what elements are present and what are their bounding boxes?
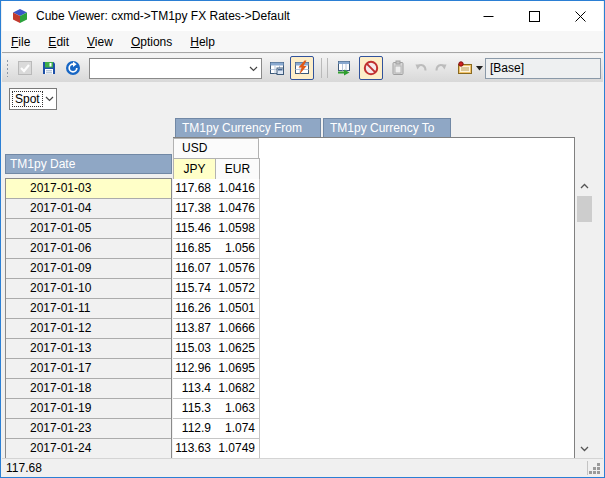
measure-combobox[interactable]: Spot: [9, 88, 57, 110]
close-icon: [575, 11, 586, 22]
scrollbar-thumb[interactable]: [577, 196, 592, 222]
save-icon: [41, 60, 57, 76]
data-cell-eur[interactable]: 1.0749: [215, 439, 260, 458]
data-cell-eur[interactable]: 1.0576: [215, 259, 260, 279]
window-controls: [465, 1, 603, 31]
scroll-down-button[interactable]: [576, 441, 593, 457]
row-header[interactable]: 2017-01-11: [6, 299, 171, 319]
row-header[interactable]: 2017-01-05: [6, 219, 171, 239]
data-cell-jpy[interactable]: 115.3: [173, 399, 216, 419]
data-cell-jpy[interactable]: 113.4: [173, 379, 216, 399]
column-header-eur[interactable]: EUR: [215, 158, 260, 180]
menu-file[interactable]: File: [2, 32, 39, 52]
row-header[interactable]: 2017-01-17: [6, 359, 171, 379]
data-cell-jpy[interactable]: 116.26: [173, 299, 216, 319]
data-column-jpy: 117.68117.38115.46116.85116.07115.74116.…: [173, 179, 216, 458]
data-cell-eur[interactable]: 1.0666: [215, 319, 260, 339]
menu-options[interactable]: Options: [122, 32, 181, 52]
refresh-button[interactable]: [61, 56, 85, 80]
base-field-value: [Base]: [490, 61, 524, 75]
data-cell-jpy[interactable]: 117.68: [173, 179, 216, 199]
row-header[interactable]: 2017-01-06: [6, 239, 171, 259]
row-header[interactable]: 2017-01-04: [6, 199, 171, 219]
data-cell-jpy[interactable]: 116.07: [173, 259, 216, 279]
row-header[interactable]: 2017-01-24: [6, 439, 171, 459]
data-cell-eur[interactable]: 1.074: [215, 419, 260, 439]
data-cell-jpy[interactable]: 117.38: [173, 199, 216, 219]
data-cell-jpy[interactable]: 113.87: [173, 319, 216, 339]
data-column-eur: 1.04161.04761.05981.0561.05761.05721.050…: [215, 179, 260, 458]
export-grid-icon: [336, 60, 352, 76]
close-button[interactable]: [557, 1, 603, 31]
data-cell-jpy[interactable]: 112.96: [173, 359, 216, 379]
apply-check-icon: [17, 60, 33, 76]
minimize-button[interactable]: [465, 1, 511, 31]
data-cell-jpy[interactable]: 113.63: [173, 439, 216, 458]
chevron-up-icon: [580, 183, 589, 189]
row-header[interactable]: 2017-01-12: [6, 319, 171, 339]
auto-recalculate-button[interactable]: [290, 56, 314, 80]
maximize-button[interactable]: [511, 1, 557, 31]
dim-tab-date[interactable]: TM1py Date: [5, 154, 172, 174]
redo-icon: [433, 60, 449, 76]
menubar: File Edit View Options Help: [2, 31, 603, 53]
base-field[interactable]: [Base]: [485, 58, 601, 79]
data-cell-eur[interactable]: 1.0572: [215, 279, 260, 299]
toolbar-grip[interactable]: [6, 59, 9, 77]
titlebar[interactable]: Cube Viewer: cxmd->TM1py FX Rates->Defau…: [2, 1, 603, 31]
paste-button: [386, 56, 410, 80]
row-header[interactable]: 2017-01-23: [6, 419, 171, 439]
data-cell-eur[interactable]: 1.0598: [215, 219, 260, 239]
data-cell-eur[interactable]: 1.0476: [215, 199, 260, 219]
column-header-jpy[interactable]: JPY: [173, 158, 216, 180]
chevron-down-icon: [245, 66, 261, 72]
toolbar: [Base]: [2, 54, 603, 82]
auto-recalculate-lightning-icon: [294, 60, 310, 76]
row-header[interactable]: 2017-01-10: [6, 279, 171, 299]
data-cell-eur[interactable]: 1.063: [215, 399, 260, 419]
window-title: Cube Viewer: cxmd->TM1py FX Rates->Defau…: [36, 9, 290, 23]
data-cell-eur[interactable]: 1.0695: [215, 359, 260, 379]
save-button[interactable]: [37, 56, 61, 80]
resize-grip-icon[interactable]: [588, 462, 601, 475]
measure-combobox-value: Spot: [12, 91, 43, 107]
data-cell-jpy[interactable]: 116.85: [173, 239, 216, 259]
export-grid-button[interactable]: [332, 56, 356, 80]
data-cell-eur[interactable]: 1.0682: [215, 379, 260, 399]
data-cell-eur[interactable]: 1.056: [215, 239, 260, 259]
data-cell-eur[interactable]: 1.0501: [215, 299, 260, 319]
data-cell-jpy[interactable]: 115.74: [173, 279, 216, 299]
row-header[interactable]: 2017-01-18: [6, 379, 171, 399]
chevron-down-icon: [580, 446, 589, 452]
row-header[interactable]: 2017-01-03: [6, 179, 171, 199]
row-header[interactable]: 2017-01-19: [6, 399, 171, 419]
maximize-icon: [529, 11, 540, 22]
data-cell-eur[interactable]: 1.0625: [215, 339, 260, 359]
paste-icon: [390, 60, 406, 76]
data-cell-jpy[interactable]: 112.9: [173, 419, 216, 439]
cube-viewer-window: Cube Viewer: cxmd->TM1py FX Rates->Defau…: [0, 0, 605, 478]
data-cell-jpy[interactable]: 115.46: [173, 219, 216, 239]
dim-tab-currency-to[interactable]: TM1py Currency To: [323, 118, 451, 138]
recalculate-button[interactable]: [265, 56, 289, 80]
scroll-up-button[interactable]: [576, 178, 593, 194]
recalculate-icon: [269, 60, 285, 76]
toolbar-separator: [321, 58, 328, 78]
row-header[interactable]: 2017-01-13: [6, 339, 171, 359]
menu-help[interactable]: Help: [181, 32, 224, 52]
view-selector-combobox[interactable]: [89, 58, 262, 79]
row-header[interactable]: 2017-01-09: [6, 259, 171, 279]
data-cell-jpy[interactable]: 115.03: [173, 339, 216, 359]
options-dropdown-chevron-icon[interactable]: [476, 66, 483, 71]
suppress-zeroes-icon: [363, 60, 379, 76]
menu-view[interactable]: View: [78, 32, 122, 52]
app-cube-icon[interactable]: [12, 8, 28, 24]
suppress-zeroes-button[interactable]: [359, 56, 383, 80]
data-cell-eur[interactable]: 1.0416: [215, 179, 260, 199]
menu-edit[interactable]: Edit: [39, 32, 78, 52]
column-header-usd[interactable]: USD: [173, 138, 259, 159]
vertical-scrollbar[interactable]: [576, 178, 593, 457]
options-note-button[interactable]: [453, 56, 477, 80]
dim-tab-currency-from[interactable]: TM1py Currency From: [175, 118, 321, 138]
refresh-icon: [65, 60, 81, 76]
